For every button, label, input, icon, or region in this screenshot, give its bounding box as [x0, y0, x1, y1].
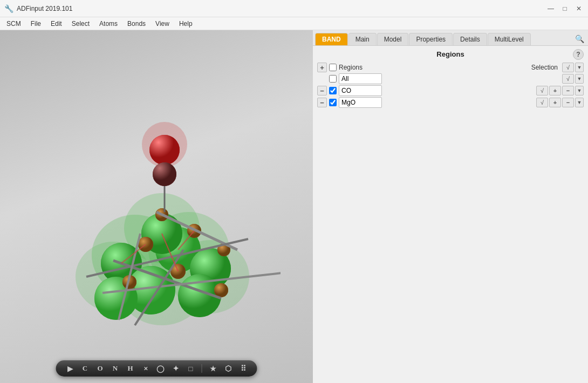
all-sel-check-btn[interactable]: √: [562, 74, 574, 84]
selection-header: Selection √ ▼: [373, 63, 584, 72]
tab-bar: BANDMainModelPropertiesDetailsMultiLevel…: [313, 30, 588, 46]
add-region-button[interactable]: +: [317, 63, 327, 72]
molecule-canvas: [0, 30, 313, 361]
svg-point-45: [149, 135, 180, 165]
right-panel: BANDMainModelPropertiesDetailsMultiLevel…: [313, 30, 588, 383]
region-row-all: √ ▼: [317, 73, 584, 84]
toolbar-hex-btn[interactable]: ⬡: [223, 363, 234, 374]
mgo-sel-dropdown[interactable]: ▼: [575, 98, 584, 107]
header-sel-check-btn[interactable]: √: [562, 63, 574, 72]
toolbar-star-btn[interactable]: ★: [208, 363, 218, 374]
co-sel-plus-btn[interactable]: +: [549, 86, 561, 95]
toolbar-gear-btn[interactable]: ✦: [170, 363, 181, 374]
region-all-input[interactable]: [339, 73, 382, 84]
region-mgo-input[interactable]: [339, 97, 382, 108]
tab-model[interactable]: Model: [377, 33, 409, 45]
all-selection-controls: √ ▼: [562, 74, 584, 84]
minimize-button[interactable]: —: [546, 4, 556, 13]
maximize-button[interactable]: □: [560, 4, 570, 13]
selection-label: Selection: [531, 64, 558, 71]
panel-content: Regions ? + Regions Selection √ ▼: [313, 46, 588, 383]
regions-header-row: + Regions Selection √ ▼: [317, 63, 584, 72]
toolbar-o-btn[interactable]: O: [95, 363, 106, 374]
toolbar-x-btn[interactable]: ✕: [140, 363, 151, 374]
header-sel-dropdown[interactable]: ▼: [575, 63, 584, 72]
viewport[interactable]: ▶ C O N H ✕ ◯ ✦ □ ★ ⬡ ⠿: [0, 30, 313, 383]
toolbar-h-btn[interactable]: H: [125, 363, 136, 374]
tab-main[interactable]: Main: [348, 33, 377, 45]
menu-item-edit[interactable]: Edit: [46, 19, 66, 29]
regions-all-header-checkbox[interactable]: [329, 64, 337, 71]
molecule-svg: [32, 45, 281, 347]
toolbar-cursor-btn[interactable]: ▶: [65, 363, 76, 374]
search-icon[interactable]: 🔍: [573, 32, 586, 45]
co-sel-dropdown[interactable]: ▼: [575, 86, 584, 95]
svg-point-47: [153, 162, 176, 186]
region-mgo-checkbox[interactable]: [329, 99, 337, 106]
tab-multilevel[interactable]: MultiLevel: [488, 33, 531, 45]
remove-co-button[interactable]: −: [317, 86, 327, 95]
menu-item-scm[interactable]: SCM: [2, 19, 25, 29]
mgo-sel-minus-btn[interactable]: −: [562, 98, 574, 107]
menu-item-bonds[interactable]: Bonds: [123, 19, 150, 29]
menu-item-help[interactable]: Help: [175, 19, 197, 29]
menu-item-select[interactable]: Select: [67, 19, 94, 29]
region-all-checkbox[interactable]: [329, 75, 337, 83]
title-text: ADFinput 2019.101: [17, 5, 72, 12]
co-sel-minus-btn[interactable]: −: [562, 86, 574, 95]
regions-column-label: Regions: [339, 64, 371, 71]
panel-title: Regions: [436, 50, 464, 58]
tab-band[interactable]: BAND: [315, 33, 348, 45]
co-sel-check-btn[interactable]: √: [536, 86, 548, 95]
tab-properties[interactable]: Properties: [409, 33, 453, 45]
co-selection-controls: √ + − ▼: [536, 86, 584, 95]
toolbar-divider: [202, 364, 202, 373]
menu-item-view[interactable]: View: [151, 19, 174, 29]
toolbar-square-btn[interactable]: □: [186, 363, 196, 374]
menu-item-atoms[interactable]: Atoms: [95, 19, 122, 29]
remove-mgo-button[interactable]: −: [317, 98, 327, 107]
mgo-sel-check-btn[interactable]: √: [536, 98, 548, 107]
region-co-input[interactable]: [339, 85, 382, 96]
toolbar-circle-btn[interactable]: ◯: [155, 363, 166, 374]
tab-details[interactable]: Details: [453, 33, 487, 45]
panel-header: Regions ?: [317, 50, 584, 58]
toolbar-n-btn[interactable]: N: [110, 363, 121, 374]
header-selection-controls: √ ▼: [562, 63, 584, 72]
help-button[interactable]: ?: [573, 49, 584, 60]
mgo-selection-controls: √ + − ▼: [536, 98, 584, 107]
menu-item-file[interactable]: File: [26, 19, 45, 29]
title-bar: 🔧 ADFinput 2019.101 — □ ✕: [0, 0, 588, 17]
mgo-sel-plus-btn[interactable]: +: [549, 98, 561, 107]
window-controls: — □ ✕: [546, 4, 584, 13]
region-row-mgo: − √ + − ▼: [317, 97, 584, 108]
svg-point-31: [214, 283, 228, 297]
toolbar-c-btn[interactable]: C: [80, 363, 91, 374]
menu-bar: SCMFileEditSelectAtomsBondsViewHelp: [0, 17, 588, 30]
title-left: 🔧 ADFinput 2019.101: [4, 4, 72, 13]
main-content: ▶ C O N H ✕ ◯ ✦ □ ★ ⬡ ⠿ BANDMainModelPro…: [0, 30, 588, 383]
app-icon: 🔧: [4, 4, 13, 13]
all-sel-dropdown[interactable]: ▼: [575, 74, 584, 84]
region-row-co: − √ + − ▼: [317, 85, 584, 96]
bottom-toolbar: ▶ C O N H ✕ ◯ ✦ □ ★ ⬡ ⠿: [56, 360, 257, 377]
region-co-checkbox[interactable]: [329, 87, 337, 94]
toolbar-dots-btn[interactable]: ⠿: [238, 363, 249, 374]
close-button[interactable]: ✕: [574, 4, 584, 13]
